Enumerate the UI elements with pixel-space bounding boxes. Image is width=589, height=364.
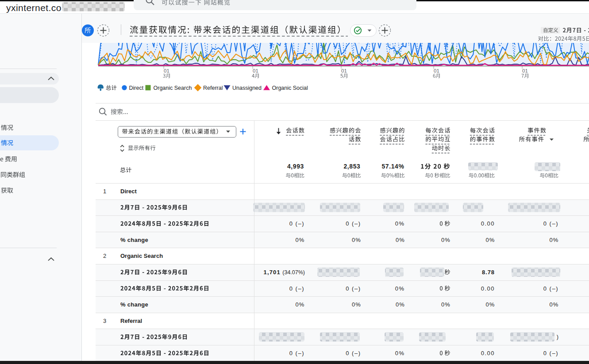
svg-text:0%: 0%	[395, 285, 405, 292]
svg-text:Direct: Direct	[129, 85, 144, 91]
svg-text:Unassigned: Unassigned	[232, 85, 262, 91]
svg-text:% change: % change	[120, 301, 148, 308]
svg-text:57.14%: 57.14%	[381, 163, 404, 170]
svg-text:2,853: 2,853	[343, 163, 360, 170]
svg-text:0.00: 0.00	[481, 350, 495, 356]
svg-text:0%: 0%	[395, 350, 405, 356]
svg-text:8.78: 8.78	[482, 269, 495, 276]
svg-text:Direct: Direct	[120, 188, 137, 195]
svg-text:0%: 0%	[296, 237, 304, 243]
svg-text:0.00: 0.00	[481, 220, 495, 227]
svg-text:1: 1	[103, 188, 106, 195]
svg-text:0%: 0%	[352, 301, 361, 308]
svg-text:01: 01	[164, 68, 169, 73]
svg-text:01: 01	[434, 68, 439, 73]
svg-text:0%: 0%	[550, 237, 558, 243]
svg-text:01: 01	[253, 68, 258, 73]
svg-text:4,993: 4,993	[287, 163, 304, 170]
svg-text:1,701: 1,701	[263, 269, 281, 276]
svg-text:0 (–): 0 (–)	[543, 350, 558, 356]
svg-text:0%: 0%	[352, 237, 361, 243]
svg-text:01: 01	[341, 68, 347, 73]
svg-text:Referral: Referral	[120, 318, 142, 324]
svg-text:0%: 0%	[441, 301, 450, 308]
svg-text:0%: 0%	[395, 220, 405, 227]
svg-text:0 (–): 0 (–)	[346, 220, 361, 227]
svg-text:): )	[557, 333, 558, 340]
svg-text:Organic Search: Organic Search	[154, 85, 192, 91]
svg-text:0%: 0%	[486, 237, 495, 243]
svg-text:0.00: 0.00	[481, 285, 495, 292]
svg-text:0%: 0%	[441, 237, 450, 243]
svg-text:0%: 0%	[550, 301, 558, 308]
svg-text:0 (–): 0 (–)	[543, 220, 558, 227]
svg-text:Organic Search: Organic Search	[120, 253, 163, 259]
svg-text:01: 01	[522, 68, 528, 73]
svg-text:0%: 0%	[396, 237, 404, 243]
svg-text:(34.07%): (34.07%)	[282, 269, 305, 276]
svg-text:0 (–): 0 (–)	[289, 220, 304, 227]
svg-text:0%: 0%	[296, 301, 304, 308]
svg-text:0%: 0%	[396, 301, 404, 308]
svg-text:0 (–): 0 (–)	[346, 350, 361, 356]
svg-text:0%: 0%	[486, 301, 495, 308]
svg-text:Referral: Referral	[203, 85, 223, 91]
svg-text:3: 3	[103, 318, 106, 324]
svg-text:% change: % change	[120, 237, 148, 243]
svg-text:0 (–): 0 (–)	[289, 350, 304, 356]
svg-text:0 (–): 0 (–)	[346, 285, 361, 292]
svg-text:Organic Social: Organic Social	[272, 85, 308, 91]
svg-text:0 (–): 0 (–)	[289, 285, 304, 292]
svg-text:0 (–): 0 (–)	[543, 285, 558, 292]
svg-text:2: 2	[103, 253, 106, 259]
svg-text:yxinternet.co: yxinternet.co	[6, 3, 62, 13]
